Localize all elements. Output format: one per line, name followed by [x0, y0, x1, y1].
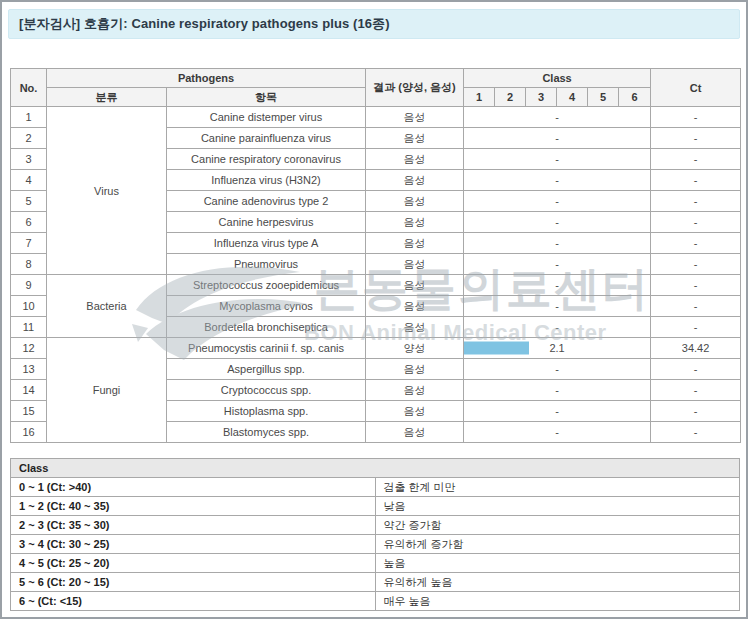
legend-description: 유의하게 높음	[375, 573, 740, 592]
class-value-cell: -	[464, 128, 651, 149]
legend-description: 낮음	[375, 497, 740, 516]
pathogen-name: Canine parainfluenza virus	[167, 128, 366, 149]
row-no: 2	[11, 128, 47, 149]
legend-description: 검출 한계 미만	[375, 478, 740, 497]
col-header-class-4: 4	[557, 88, 588, 107]
col-header-class-5: 5	[588, 88, 619, 107]
class-bar	[464, 342, 529, 355]
result-value: 음성	[366, 296, 464, 317]
row-no: 11	[11, 317, 47, 338]
pathogen-name: Influenza virus (H3N2)	[167, 170, 366, 191]
result-value: 음성	[366, 191, 464, 212]
result-value: 음성	[366, 317, 464, 338]
class-value-cell: -	[464, 275, 651, 296]
legend-table-body: 0 ~ 1 (Ct: >40)검출 한계 미만1 ~ 2 (Ct: 40 ~ 3…	[11, 478, 740, 611]
row-no: 8	[11, 254, 47, 275]
pathogen-name: Histoplasma spp.	[167, 401, 366, 422]
result-value: 음성	[366, 170, 464, 191]
pathogen-results-table: No. Pathogens 결과 (양성, 음성) Class Ct 분류 항목…	[10, 68, 741, 443]
class-value-cell: -	[464, 170, 651, 191]
legend-row: 1 ~ 2 (Ct: 40 ~ 35)낮음	[11, 497, 740, 516]
ct-value: -	[651, 275, 741, 296]
ct-value: -	[651, 296, 741, 317]
table-row: 1VirusCanine distemper virus음성--	[11, 107, 741, 128]
row-no: 10	[11, 296, 47, 317]
ct-value: -	[651, 380, 741, 401]
class-value-cell: 2.1	[464, 338, 651, 359]
legend-class-range: 2 ~ 3 (Ct: 35 ~ 30)	[11, 516, 376, 535]
pathogen-name: Pneumocystis carinii f. sp. canis	[167, 338, 366, 359]
pathogen-name: Blastomyces spp.	[167, 422, 366, 443]
legend-row: 4 ~ 5 (Ct: 25 ~ 20)높음	[11, 554, 740, 573]
ct-value: -	[651, 233, 741, 254]
row-no: 13	[11, 359, 47, 380]
class-value: 2.1	[549, 342, 564, 354]
legend-description: 약간 증가함	[375, 516, 740, 535]
class-value-cell: -	[464, 422, 651, 443]
ct-value: -	[651, 191, 741, 212]
pathogen-category-cell: Virus	[47, 107, 167, 275]
class-value-cell: -	[464, 254, 651, 275]
col-header-no: No.	[11, 69, 47, 107]
legend-class-range: 1 ~ 2 (Ct: 40 ~ 35)	[11, 497, 376, 516]
ct-value: -	[651, 149, 741, 170]
pathogen-name: Canine adenovirus type 2	[167, 191, 366, 212]
result-value: 음성	[366, 359, 464, 380]
col-header-category: 분류	[47, 88, 167, 107]
pathogen-category-cell: Fungi	[47, 338, 167, 443]
col-header-class-6: 6	[619, 88, 651, 107]
ct-value: -	[651, 422, 741, 443]
pathogen-table-body: 1VirusCanine distemper virus음성--2Canine …	[11, 107, 741, 443]
class-value-cell: -	[464, 149, 651, 170]
class-value-cell: -	[464, 191, 651, 212]
ct-value: -	[651, 170, 741, 191]
legend-class-range: 4 ~ 5 (Ct: 25 ~ 20)	[11, 554, 376, 573]
result-value: 양성	[366, 338, 464, 359]
pathogen-name: Streptococcus zooepidemicus	[167, 275, 366, 296]
class-value-cell: -	[464, 401, 651, 422]
result-value: 음성	[366, 422, 464, 443]
ct-value: -	[651, 107, 741, 128]
col-header-class-1: 1	[464, 88, 495, 107]
ct-value: -	[651, 317, 741, 338]
pathogen-name: Canine distemper virus	[167, 107, 366, 128]
legend-class-range: 5 ~ 6 (Ct: 20 ~ 15)	[11, 573, 376, 592]
legend-description: 높음	[375, 554, 740, 573]
ct-value: -	[651, 212, 741, 233]
col-header-class: Class	[464, 69, 651, 88]
class-value-cell: -	[464, 212, 651, 233]
row-no: 1	[11, 107, 47, 128]
result-value: 음성	[366, 275, 464, 296]
class-legend-table: Class 0 ~ 1 (Ct: >40)검출 한계 미만1 ~ 2 (Ct: …	[10, 458, 740, 611]
col-header-item: 항목	[167, 88, 366, 107]
result-value: 음성	[366, 254, 464, 275]
legend-class-range: 3 ~ 4 (Ct: 30 ~ 25)	[11, 535, 376, 554]
ct-value: -	[651, 128, 741, 149]
legend-row: 2 ~ 3 (Ct: 35 ~ 30)약간 증가함	[11, 516, 740, 535]
class-value-cell: -	[464, 107, 651, 128]
result-value: 음성	[366, 212, 464, 233]
pathogen-name: Canine herpesvirus	[167, 212, 366, 233]
report-title: [분자검사] 호흡기: Canine respiratory pathogens…	[19, 15, 390, 33]
row-no: 3	[11, 149, 47, 170]
pathogen-name: Canine respiratory coronavirus	[167, 149, 366, 170]
report-title-bar: [분자검사] 호흡기: Canine respiratory pathogens…	[8, 9, 740, 39]
col-header-class-3: 3	[526, 88, 557, 107]
row-no: 14	[11, 380, 47, 401]
class-value-cell: -	[464, 317, 651, 338]
legend-description: 유의하게 증가함	[375, 535, 740, 554]
legend-header: Class	[11, 459, 740, 478]
result-value: 음성	[366, 401, 464, 422]
class-value-cell: -	[464, 359, 651, 380]
col-header-class-2: 2	[495, 88, 526, 107]
row-no: 16	[11, 422, 47, 443]
ct-value: -	[651, 401, 741, 422]
pathogen-name: Bordetella bronchiseptica	[167, 317, 366, 338]
result-value: 음성	[366, 107, 464, 128]
class-value-cell: -	[464, 296, 651, 317]
legend-row: 0 ~ 1 (Ct: >40)검출 한계 미만	[11, 478, 740, 497]
result-value: 음성	[366, 380, 464, 401]
col-header-result: 결과 (양성, 음성)	[366, 69, 464, 107]
row-no: 5	[11, 191, 47, 212]
col-header-ct: Ct	[651, 69, 741, 107]
